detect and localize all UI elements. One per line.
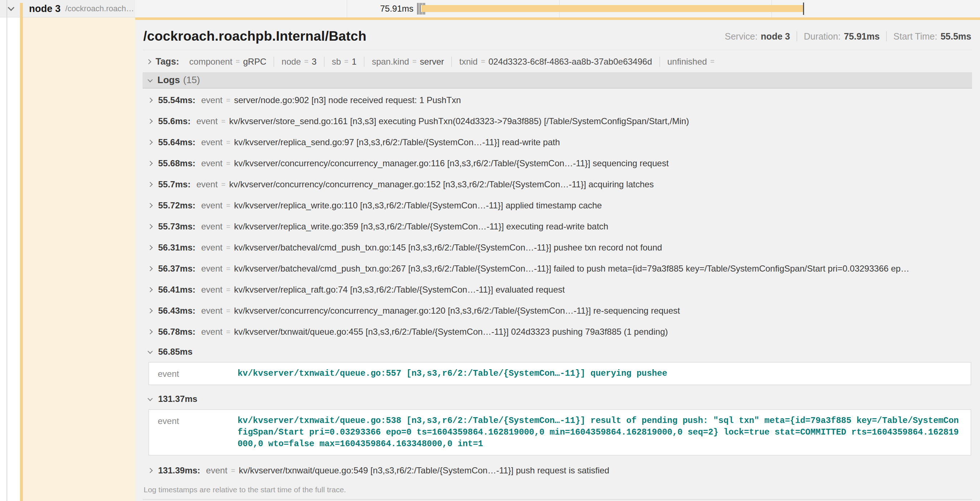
log-field-value: kv/kvserver/txnwait/queue.go:455 [n3,s3,…	[234, 327, 668, 337]
log-row[interactable]: 56.43ms: event = kv/kvserver/concurrency…	[143, 300, 972, 321]
log-field-key: event	[201, 95, 223, 105]
log-field-key: event	[201, 137, 223, 147]
service-value: node 3	[761, 31, 790, 42]
equals-glyph: =	[226, 307, 230, 315]
span-name-tab[interactable]: node 3 /cockroach.roach…	[29, 0, 134, 18]
tag-key: span.kind	[372, 57, 409, 67]
meta-separator	[797, 31, 797, 41]
log-timestamp: 55.72ms:	[158, 200, 196, 211]
span-operation-name: /cockroach.roach…	[65, 4, 134, 13]
equals-glyph: =	[412, 57, 417, 66]
log-timestamp: 131.37ms	[158, 394, 197, 404]
chevron-right-icon	[148, 245, 153, 250]
log-row[interactable]: 55.64ms: event = kv/kvserver/replica_sen…	[143, 132, 972, 153]
tag-value: server	[420, 57, 444, 67]
tag-item[interactable]: unfinished =	[659, 57, 725, 67]
start-time-value: 55.5ms	[940, 31, 971, 42]
log-field-key: event	[201, 263, 223, 274]
log-row[interactable]: 56.41ms: event = kv/kvserver/replica_raf…	[143, 279, 972, 300]
span-duration-label: 75.91ms	[359, 0, 414, 18]
log-field-value: kv/kvserver/replica_raft.go:74 [n3,s3,r6…	[234, 285, 565, 295]
log-field-value: kv/kvserver/concurrency/concurrency_mana…	[234, 306, 680, 316]
tag-item[interactable]: txnid = 024d3323-6c8f-4863-aa8b-37ab0e63…	[451, 57, 659, 67]
log-field-key: event	[201, 285, 223, 295]
log-field-key: event	[201, 243, 223, 253]
log-row[interactable]: 55.6ms: event = kv/kvserver/store_send.g…	[143, 111, 972, 132]
tag-key: unfinished	[667, 57, 707, 67]
equals-glyph: =	[226, 160, 230, 168]
tag-item[interactable]: node = 3	[274, 57, 323, 67]
chevron-right-icon	[148, 329, 153, 334]
service-accent-bar	[20, 3, 23, 501]
tag-item[interactable]: span.kind = server	[364, 57, 451, 67]
span-detail-panel: /cockroach.roachpb.Internal/Batch Servic…	[135, 18, 980, 501]
log-field-key: event	[201, 158, 223, 168]
equals-glyph: =	[221, 117, 226, 126]
chevron-right-icon	[148, 468, 153, 473]
log-field-key: event	[201, 327, 223, 337]
log-row-expanded: 131.37ms event kv/kvserver/txnwait/queue…	[143, 389, 972, 456]
log-row[interactable]: 55.68ms: event = kv/kvserver/concurrency…	[143, 153, 972, 174]
collapse-children-chevron-icon[interactable]	[8, 4, 14, 11]
duration-label: Duration:	[804, 31, 840, 42]
logs-footer-note: Log timestamps are relative to the start…	[143, 481, 972, 499]
log-field-key: event	[201, 222, 223, 231]
log-row[interactable]: 56.37ms: event = kv/kvserver/batcheval/c…	[143, 258, 972, 279]
log-row-expanded-header[interactable]: 131.37ms	[143, 389, 972, 408]
log-rows-list: 55.54ms: event = server/node.go:902 [n3]…	[143, 89, 972, 481]
trace-span-detail-view: node 3 /cockroach.roach… 75.91ms /cockro…	[0, 0, 980, 501]
log-row-expanded: 56.85ms event kv/kvserver/txnwait/queue.…	[143, 342, 972, 385]
tags-list: component = gRPC node = 3 sb = 1 span.ki…	[182, 57, 725, 67]
equals-glyph: =	[226, 265, 230, 273]
log-timestamp: 55.68ms:	[158, 158, 196, 168]
span-duration-bar[interactable]	[422, 5, 804, 12]
log-field-key[interactable]: event	[158, 368, 237, 380]
tag-item[interactable]: component = gRPC	[182, 57, 274, 67]
tags-accordion[interactable]: Tags: component = gRPC node = 3 sb = 1 s…	[143, 50, 972, 71]
log-field-key: event	[206, 466, 228, 475]
equals-glyph: =	[221, 180, 226, 189]
log-row[interactable]: 55.54ms: event = server/node.go:902 [n3]…	[143, 90, 972, 111]
log-field-value: kv/kvserver/txnwait/queue.go:538 [n3,s3,…	[237, 415, 961, 450]
equals-glyph: =	[304, 57, 309, 66]
span-title: /cockroach.roachpb.Internal/Batch	[143, 29, 366, 44]
chevron-down-icon	[148, 77, 153, 82]
log-field-value: kv/kvserver/batcheval/cmd_push_txn.go:26…	[234, 263, 909, 274]
log-timestamp: 56.41ms:	[158, 285, 196, 295]
log-field-value: kv/kvserver/replica_write.go:359 [n3,s3,…	[234, 222, 608, 231]
equals-glyph: =	[231, 466, 235, 475]
tags-label: Tags:	[156, 56, 179, 67]
equals-glyph: =	[226, 96, 230, 105]
equals-glyph: =	[236, 57, 240, 66]
tag-key: component	[189, 57, 232, 67]
log-field-value: kv/kvserver/batcheval/cmd_push_txn.go:14…	[234, 243, 662, 253]
chevron-right-icon	[148, 203, 153, 208]
log-row[interactable]: 131.39ms: event = kv/kvserver/txnwait/qu…	[143, 460, 972, 481]
tag-value: 024d3323-6c8f-4863-aa8b-37ab0e63496d	[488, 57, 652, 67]
log-row[interactable]: 55.72ms: event = kv/kvserver/replica_wri…	[143, 195, 972, 216]
log-timestamp: 55.6ms:	[158, 116, 191, 126]
log-timestamp: 56.37ms:	[158, 263, 196, 274]
log-fields-card: event kv/kvserver/txnwait/queue.go:557 […	[148, 362, 971, 385]
tag-item[interactable]: sb = 1	[324, 57, 364, 67]
log-row-expanded-header[interactable]: 56.85ms	[143, 342, 972, 361]
chevron-right-icon	[148, 266, 153, 271]
logs-accordion-header[interactable]: Logs (15)	[143, 72, 972, 89]
tag-value: 1	[352, 57, 356, 67]
log-row[interactable]: 55.73ms: event = kv/kvserver/replica_wri…	[143, 216, 972, 237]
log-row[interactable]: 56.78ms: event = kv/kvserver/txnwait/que…	[143, 321, 972, 342]
equals-glyph: =	[481, 57, 485, 66]
log-field-value: kv/kvserver/replica_write.go:110 [n3,s3,…	[234, 200, 602, 211]
logs-title: Logs	[158, 74, 180, 86]
log-field-value: kv/kvserver/concurrency/concurrency_mana…	[229, 179, 654, 190]
log-row[interactable]: 55.7ms: event = kv/kvserver/concurrency/…	[143, 174, 972, 195]
start-time-label: Start Time:	[893, 31, 937, 42]
bottom-divider	[143, 499, 972, 500]
log-fields-card: event kv/kvserver/txnwait/queue.go:538 […	[148, 409, 971, 456]
log-field-key[interactable]: event	[158, 415, 237, 450]
log-row[interactable]: 56.31ms: event = kv/kvserver/batcheval/c…	[143, 237, 972, 258]
log-field-value: kv/kvserver/replica_send.go:97 [n3,s3,r6…	[234, 137, 560, 147]
tag-value: gRPC	[243, 57, 266, 67]
log-field-value: server/node.go:902 [n3] node received re…	[234, 95, 461, 105]
tag-key: txnid	[459, 57, 478, 67]
